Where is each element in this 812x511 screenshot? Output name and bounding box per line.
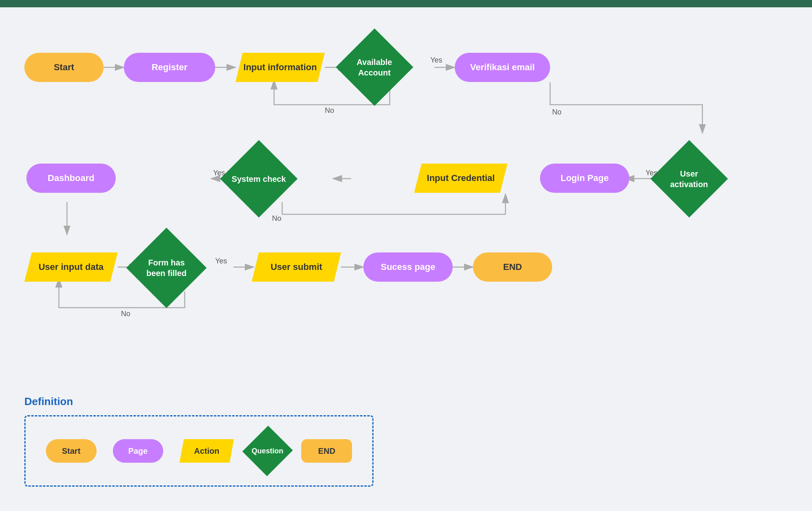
user-activation-node: User activation bbox=[650, 140, 728, 218]
user-input-data-node: User input data bbox=[24, 252, 118, 282]
yes-label-3: Yes bbox=[213, 169, 225, 177]
no-label-3: No bbox=[121, 310, 130, 318]
available-account-node: Available Account bbox=[336, 28, 413, 106]
system-check-node: System check bbox=[220, 140, 298, 218]
top-bar bbox=[0, 0, 812, 7]
user-submit-node: User submit bbox=[252, 252, 341, 282]
definition-section: Definition Start Page Action Question EN… bbox=[24, 395, 374, 487]
def-action: Action bbox=[179, 439, 234, 463]
no-label-2: No bbox=[272, 214, 281, 223]
start-node: Start bbox=[24, 53, 104, 82]
def-end: END bbox=[301, 439, 352, 463]
definition-title: Definition bbox=[24, 395, 374, 408]
yes-label-form: Yes bbox=[215, 257, 227, 265]
def-start: Start bbox=[46, 439, 97, 463]
login-page-node: Login Page bbox=[540, 164, 629, 193]
sucess-page-node: Sucess page bbox=[363, 252, 453, 282]
definition-box: Start Page Action Question END bbox=[24, 415, 374, 487]
no-label-verifikasi: No bbox=[552, 108, 561, 116]
yes-label-1: Yes bbox=[430, 56, 442, 65]
form-has-been-filled-node: Form has been filled bbox=[126, 228, 207, 308]
no-label-1: No bbox=[325, 106, 334, 115]
input-information-node: Input information bbox=[235, 53, 325, 82]
dashboard-node: Dashboard bbox=[26, 164, 116, 193]
input-credential-node: Input Credential bbox=[414, 164, 508, 193]
register-node: Register bbox=[124, 53, 215, 82]
def-page: Page bbox=[113, 439, 164, 463]
verifikasi-email-node: Verifikasi email bbox=[455, 53, 550, 82]
diagram-area: Start Register Input information Availab… bbox=[0, 7, 812, 511]
end-node: END bbox=[473, 252, 552, 282]
def-question: Question bbox=[242, 426, 293, 477]
yes-label-2: Yes bbox=[646, 169, 657, 177]
